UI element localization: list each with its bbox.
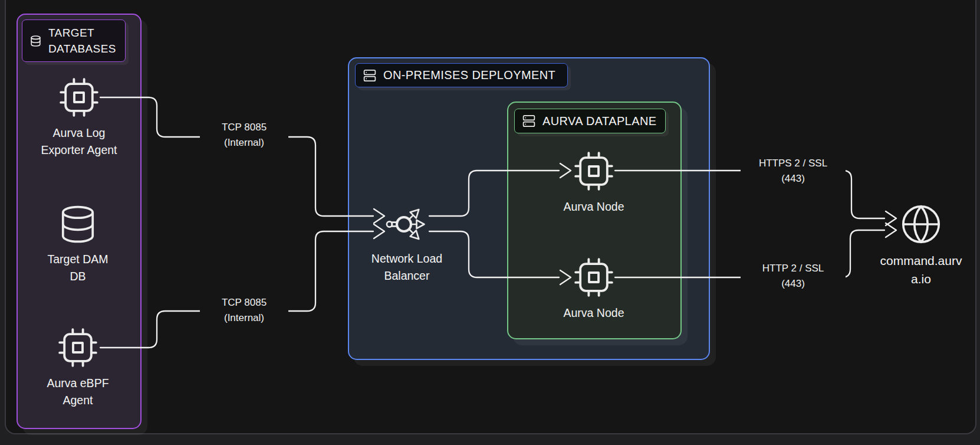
database-icon xyxy=(57,203,99,246)
node-aurva-node-bottom: Aurva Node xyxy=(544,256,644,322)
group-title-target-databases: TARGET DATABASES xyxy=(22,19,126,62)
group-title-text: ON-PREMISES DEPLOYMENT xyxy=(383,68,555,82)
group-title-text: TARGET DATABASES xyxy=(48,25,118,57)
node-label-line: Exporter Agent xyxy=(41,142,117,159)
node-label-line: Agent xyxy=(47,392,108,409)
node-label-line: Balancer xyxy=(371,267,442,284)
group-title-aurva-dataplane: AURVA DATAPLANE xyxy=(514,109,666,133)
node-label-line: Aurva Node xyxy=(564,305,624,322)
edge-label-line: (443) xyxy=(743,276,843,292)
node-label-line: Target DAM xyxy=(48,251,108,268)
server-icon xyxy=(363,68,377,83)
node-label-line: command.aurv xyxy=(880,251,962,270)
chip-icon xyxy=(572,256,616,299)
node-label: Target DAM DB xyxy=(48,251,108,285)
node-label: command.aurv a.io xyxy=(880,251,962,288)
node-aurva-log-exporter-agent: Aurva Log Exporter Agent xyxy=(29,76,129,159)
node-label-line: Aurva Node xyxy=(564,198,624,215)
node-command-aurva-io: command.aurv a.io xyxy=(871,202,971,288)
node-aurva-node-top: Aurva Node xyxy=(544,149,644,215)
node-aurva-ebpf-agent: Aurva eBPF Agent xyxy=(28,326,128,409)
chip-icon xyxy=(56,326,100,369)
node-label-line: DB xyxy=(48,268,108,285)
chip-icon xyxy=(572,149,616,193)
edge-label-line: HTTPS 2 / SSL xyxy=(743,156,843,171)
server-icon xyxy=(522,114,536,128)
node-label: Network Load Balancer xyxy=(371,250,442,284)
group-title-on-premises-deployment: ON-PREMISES DEPLOYMENT xyxy=(355,63,568,87)
edge-label-line: HTTP 2 / SSL xyxy=(743,261,843,276)
node-label-line: Aurva Log xyxy=(41,125,117,142)
edge-label-tcp-internal-top: TCP 8085 (Internal) xyxy=(200,118,288,152)
node-label: Aurva Node xyxy=(564,198,624,215)
chip-icon xyxy=(57,76,101,119)
node-label-line: Aurva eBPF xyxy=(47,375,108,392)
node-label: Aurva eBPF Agent xyxy=(47,375,108,409)
edge-label-https-ssl: HTTPS 2 / SSL (443) xyxy=(741,154,846,188)
node-label: Aurva Node xyxy=(564,305,624,322)
architecture-diagram: TARGET DATABASES ON-PREMISES DEPLOYMENT … xyxy=(0,0,980,445)
node-label-line: Network Load xyxy=(371,250,442,267)
edge-label-line: (Internal) xyxy=(202,310,286,326)
node-target-dam-db: Target DAM DB xyxy=(28,203,128,285)
edge-label-line: (Internal) xyxy=(202,135,286,150)
node-label: Aurva Log Exporter Agent xyxy=(41,125,117,159)
edge-label-line: TCP 8085 xyxy=(202,295,286,310)
edge-label-line: (443) xyxy=(743,171,843,186)
node-network-load-balancer: Network Load Balancer xyxy=(357,204,457,284)
load-balancer-icon xyxy=(384,204,429,245)
edge-label-line: TCP 8085 xyxy=(202,120,286,135)
edge-label-tcp-internal-bottom: TCP 8085 (Internal) xyxy=(200,293,288,328)
database-icon xyxy=(29,35,42,47)
node-label-line: a.io xyxy=(880,270,962,288)
globe-icon xyxy=(899,202,943,246)
group-title-text: AURVA DATAPLANE xyxy=(542,114,656,128)
edge-label-http-ssl: HTTP 2 / SSL (443) xyxy=(741,259,846,293)
